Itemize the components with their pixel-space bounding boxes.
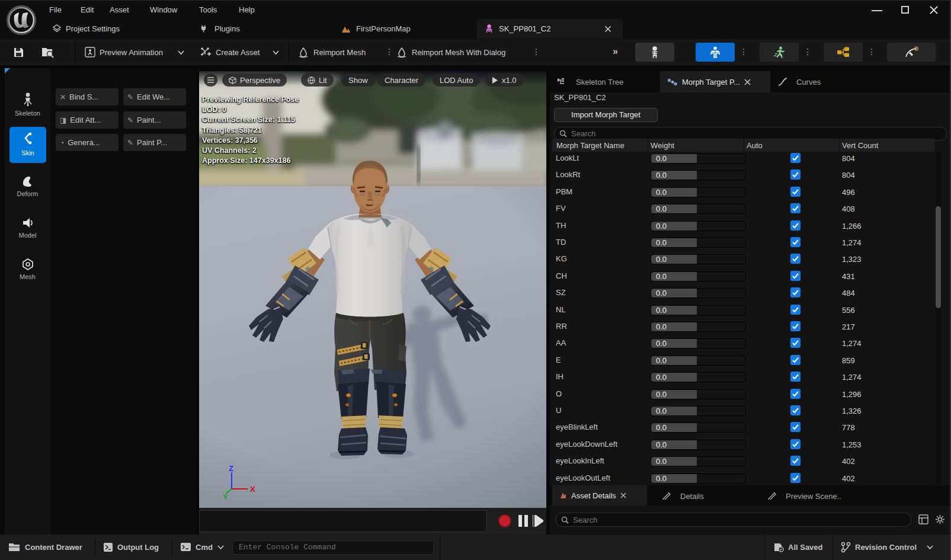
svg-text:X: X: [250, 485, 255, 494]
svg-text:Z: Z: [229, 465, 233, 473]
svg-text:Y: Y: [223, 492, 228, 501]
